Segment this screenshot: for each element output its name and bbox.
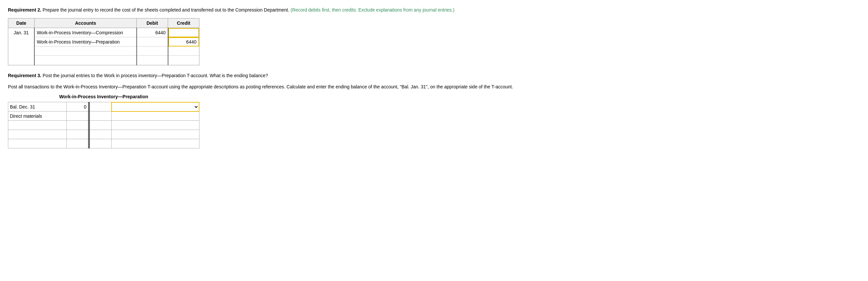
t-left-num-1[interactable] bbox=[66, 111, 88, 121]
col-accounts: Accounts bbox=[34, 19, 136, 28]
credit-input-3[interactable] bbox=[168, 46, 199, 56]
account-cell-1 bbox=[34, 28, 136, 65]
t-left-num-input-4[interactable] bbox=[67, 139, 88, 148]
t-left-label-input-4[interactable] bbox=[8, 139, 66, 148]
account-input-3[interactable] bbox=[35, 46, 136, 56]
t-left-num-input-1[interactable] bbox=[67, 111, 88, 120]
t-row-1 bbox=[8, 111, 199, 121]
t-right-num-3[interactable] bbox=[90, 130, 111, 139]
t-right-label-input-3[interactable] bbox=[112, 130, 199, 139]
account-input-1[interactable] bbox=[35, 28, 136, 37]
bal-right-num-input[interactable] bbox=[90, 102, 111, 111]
t-right-num-input-2[interactable] bbox=[90, 121, 111, 130]
credit-input-1[interactable] bbox=[168, 28, 199, 37]
t-left-num-input-2[interactable] bbox=[67, 121, 88, 130]
t-right-num-input-1[interactable] bbox=[90, 111, 111, 120]
t-left-label-2[interactable] bbox=[8, 121, 67, 130]
t-left-label-1[interactable] bbox=[8, 111, 67, 121]
account-input-2[interactable] bbox=[35, 37, 136, 46]
bal-dec31-row: Bal. Dec. 31 0 bbox=[8, 102, 199, 111]
bal-right-dropdown[interactable] bbox=[112, 103, 199, 111]
t-row-2 bbox=[8, 121, 199, 130]
debit-input-2[interactable] bbox=[137, 37, 168, 46]
account-input-4[interactable] bbox=[35, 56, 136, 65]
t-right-num-4[interactable] bbox=[90, 139, 111, 148]
journal-table: Date Accounts Debit Credit Jan. 31 bbox=[8, 18, 199, 65]
credit-input-2[interactable] bbox=[168, 37, 199, 46]
debit-input-1[interactable] bbox=[137, 28, 168, 37]
journal-row-1: Jan. 31 bbox=[8, 28, 199, 65]
t-left-num-input-3[interactable] bbox=[67, 130, 88, 139]
t-left-label-3[interactable] bbox=[8, 130, 67, 139]
credit-input-4[interactable] bbox=[168, 56, 199, 65]
t-left-label-input-3[interactable] bbox=[8, 130, 66, 139]
req3-label: Requirement 3. bbox=[8, 73, 41, 78]
col-date: Date bbox=[8, 19, 35, 28]
debit-col-group bbox=[137, 28, 168, 65]
debit-input-4[interactable] bbox=[137, 56, 168, 65]
t-left-num-3[interactable] bbox=[66, 130, 88, 139]
req3-header-text: Post the journal entries to the Work in … bbox=[41, 73, 268, 78]
bal-right-num-cell[interactable] bbox=[90, 102, 111, 111]
t-left-num-2[interactable] bbox=[66, 121, 88, 130]
req3-header: Requirement 3. Post the journal entries … bbox=[8, 72, 860, 79]
credit-col-group bbox=[168, 28, 199, 65]
req3-body: Post all transactions to the Work-in-Pro… bbox=[8, 83, 860, 91]
t-account-wrapper: Work-in-Process Inventory—Preparation Ba… bbox=[8, 94, 199, 149]
req2-label: Requirement 2. bbox=[8, 7, 41, 12]
t-right-num-2[interactable] bbox=[90, 121, 111, 130]
col-credit: Credit bbox=[168, 19, 199, 28]
t-row-3 bbox=[8, 130, 199, 139]
date-value: Jan. 31 bbox=[13, 30, 29, 35]
req2-note: (Record debits first, then credits. Excl… bbox=[290, 7, 454, 12]
t-right-label-input-4[interactable] bbox=[112, 139, 199, 148]
t-right-num-1[interactable] bbox=[90, 111, 111, 121]
t-right-label-1[interactable] bbox=[112, 111, 199, 121]
bal-right-dropdown-cell[interactable] bbox=[112, 102, 199, 111]
t-right-label-input-2[interactable] bbox=[112, 121, 199, 130]
t-left-label-input-2[interactable] bbox=[8, 121, 66, 130]
t-right-num-input-3[interactable] bbox=[90, 130, 111, 139]
t-left-num-4[interactable] bbox=[66, 139, 88, 148]
req2-text: Requirement 2. Prepare the journal entry… bbox=[8, 7, 860, 13]
t-row-4 bbox=[8, 139, 199, 148]
date-cell: Jan. 31 bbox=[8, 28, 35, 65]
t-left-label-4[interactable] bbox=[8, 139, 67, 148]
bal-dec31-label: Bal. Dec. 31 bbox=[8, 102, 67, 111]
bal-dec31-value: 0 bbox=[66, 102, 88, 111]
t-account-table: Bal. Dec. 31 0 bbox=[8, 102, 199, 149]
col-debit: Debit bbox=[137, 19, 168, 28]
t-account-title: Work-in-Process Inventory—Preparation bbox=[8, 94, 199, 99]
t-right-num-input-4[interactable] bbox=[90, 139, 111, 148]
t-left-label-input-1[interactable] bbox=[8, 111, 66, 120]
t-right-label-2[interactable] bbox=[112, 121, 199, 130]
t-right-label-3[interactable] bbox=[112, 130, 199, 139]
t-right-label-4[interactable] bbox=[112, 139, 199, 148]
t-right-label-input-1[interactable] bbox=[112, 112, 199, 121]
debit-input-3[interactable] bbox=[137, 46, 168, 56]
